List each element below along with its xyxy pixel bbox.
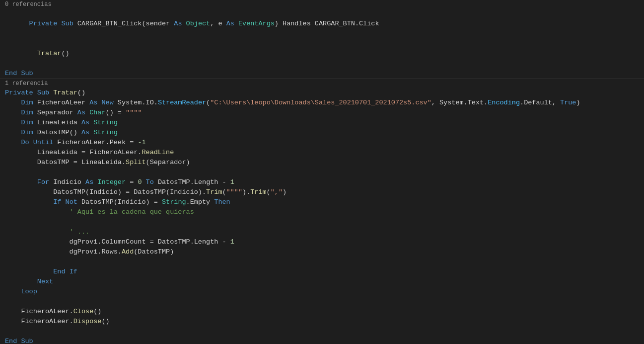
code-line	[0, 327, 644, 337]
code-line: FicheroALeer.Close()	[0, 307, 644, 317]
code-line: Private Sub Tratar()	[0, 88, 644, 98]
code-line: End Sub	[0, 337, 644, 344]
code-line: Dim DatosTMP() As String	[0, 128, 644, 138]
code-line: End Sub	[0, 69, 644, 79]
code-line	[0, 39, 644, 49]
code-line	[0, 168, 644, 177]
code-line: Next	[0, 277, 644, 287]
code-line: Dim Separador As Char() = """"	[0, 108, 644, 118]
code-line: DatosTMP = LineaLeida.Split(Separador)	[0, 158, 644, 168]
code-line: dgProvi.Rows.Add(DatosTMP)	[0, 247, 644, 257]
code-line: FicheroALeer.Dispose()	[0, 317, 644, 327]
code-line: Dim FicheroALeer As New System.IO.Stream…	[0, 98, 644, 108]
code-line: Dim LineaLeida As String	[0, 118, 644, 128]
code-line: Loop	[0, 287, 644, 297]
ref-label-0: 0 referencias	[0, 0, 644, 9]
code-line	[0, 217, 644, 227]
code-line: If Not DatosTMP(Indicio) = String.Empty …	[0, 197, 644, 207]
code-line: dgProvi.ColumnCount = DatosTMP.Length - …	[0, 237, 644, 247]
code-line	[0, 59, 644, 69]
code-line: Tratar()	[0, 49, 644, 59]
ref-label-1: 1 referencia	[0, 79, 644, 88]
code-line: End If	[0, 267, 644, 277]
code-line	[0, 257, 644, 267]
code-line: ' Aqui es la cadena que quieras	[0, 207, 644, 217]
code-line: LineaLeida = FicheroALeer.ReadLine	[0, 148, 644, 158]
code-line: Private Sub CARGAR_BTN_Click(sender As O…	[0, 9, 644, 39]
code-line: DatosTMP(Indicio) = DatosTMP(Indicio).Tr…	[0, 187, 644, 197]
code-line: ' ...	[0, 227, 644, 237]
code-line: Do Until FicheroALeer.Peek = -1	[0, 138, 644, 148]
code-line	[0, 297, 644, 307]
code-editor: 0 referencias Private Sub CARGAR_BTN_Cli…	[0, 0, 644, 344]
code-line: For Indicio As Integer = 0 To DatosTMP.L…	[0, 177, 644, 187]
